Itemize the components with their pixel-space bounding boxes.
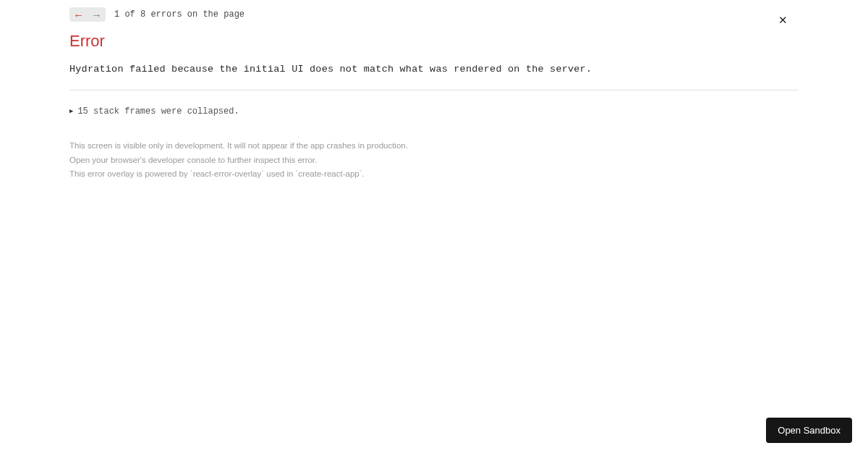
arrow-left-icon: ← — [73, 9, 84, 20]
error-nav-row: ← → 1 of 8 errors on the page — [69, 7, 799, 22]
close-icon: ✕ — [778, 14, 788, 27]
close-button[interactable]: ✕ — [775, 13, 790, 28]
collapsed-frames-label: 15 stack frames were collapsed. — [77, 106, 239, 117]
footer-notes: This screen is visible only in developme… — [69, 140, 799, 180]
error-heading: Error — [69, 32, 799, 51]
next-error-button[interactable]: → — [88, 7, 106, 22]
error-counter: 1 of 8 errors on the page — [114, 9, 244, 20]
footer-line-3: This error overlay is powered by `react-… — [69, 168, 799, 180]
error-message: Hydration failed because the initial UI … — [69, 62, 799, 90]
arrow-right-icon: → — [91, 9, 102, 20]
footer-line-1: This screen is visible only in developme… — [69, 140, 799, 152]
prev-error-button[interactable]: ← — [69, 7, 88, 22]
collapsed-frames-toggle[interactable]: ▶ 15 stack frames were collapsed. — [69, 106, 799, 117]
footer-line-2: Open your browser's developer console to… — [69, 154, 799, 166]
error-nav-buttons: ← → — [69, 7, 106, 22]
open-sandbox-button[interactable]: Open Sandbox — [766, 418, 852, 443]
chevron-right-icon: ▶ — [69, 109, 73, 115]
